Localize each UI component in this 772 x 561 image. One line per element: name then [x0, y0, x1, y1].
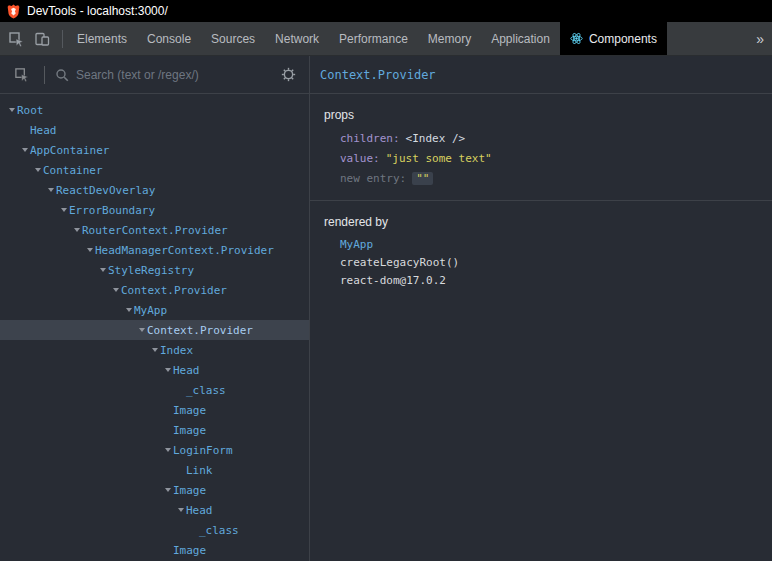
component-name: Context.Provider [121, 284, 227, 297]
tab-label: Application [491, 32, 550, 46]
device-toolbar-button[interactable] [29, 26, 55, 52]
tree-row-link[interactable]: Link [0, 460, 309, 480]
tab-network[interactable]: Network [265, 22, 329, 55]
component-tree-pane: RootHeadAppContainerContainerReactDevOve… [0, 56, 310, 561]
expander-icon[interactable] [32, 160, 43, 180]
rendered-by-myapp[interactable]: MyApp [324, 235, 758, 253]
expander-icon[interactable] [162, 360, 173, 380]
expander-spacer [162, 420, 173, 440]
tabbar-divider [62, 30, 63, 48]
prop-row-new-entry[interactable]: new entry:"" [324, 168, 758, 188]
expander-icon[interactable] [6, 100, 17, 120]
tab-strip: ElementsConsoleSourcesNetworkPerformance… [67, 22, 667, 55]
tree-row--class[interactable]: _class [0, 380, 309, 400]
selected-component-title: Context.Provider [320, 68, 436, 82]
component-name: Context.Provider [147, 324, 253, 337]
expander-icon[interactable] [175, 500, 186, 520]
tree-row-image[interactable]: Image [0, 400, 309, 420]
tabbar-icon-group [0, 22, 58, 55]
rendered-by-section: rendered by MyAppcreateLegacyRoot()react… [310, 201, 772, 301]
tab-components[interactable]: Components [560, 22, 667, 55]
tree-row-loginform[interactable]: LoginForm [0, 440, 309, 460]
tree-row-head[interactable]: Head [0, 120, 309, 140]
tree-row-reactdevoverlay[interactable]: ReactDevOverlay [0, 180, 309, 200]
tab-label: Network [275, 32, 319, 46]
rendered-by-createlegacyroot-: createLegacyRoot() [324, 253, 758, 271]
expander-icon[interactable] [136, 320, 147, 340]
props-heading: props [324, 108, 758, 122]
inspect-cursor-icon [8, 31, 24, 47]
tree-row-myapp[interactable]: MyApp [0, 300, 309, 320]
brave-icon [7, 4, 20, 19]
expander-icon[interactable] [149, 340, 160, 360]
tab-label: Components [589, 32, 657, 46]
inspect-element-button[interactable] [3, 26, 29, 52]
expander-icon[interactable] [71, 220, 82, 240]
tree-row-routercontext-provider[interactable]: RouterContext.Provider [0, 220, 309, 240]
component-name: Image [173, 424, 206, 437]
expander-spacer [162, 400, 173, 420]
prop-key: new entry: [340, 172, 406, 185]
component-name: HeadManagerContext.Provider [95, 244, 274, 257]
tree-row-head[interactable]: Head [0, 500, 309, 520]
tree-row-appcontainer[interactable]: AppContainer [0, 140, 309, 160]
tree-row-errorboundary[interactable]: ErrorBoundary [0, 200, 309, 220]
tree-row-image[interactable]: Image [0, 420, 309, 440]
component-name: Head [173, 364, 200, 377]
prop-value[interactable]: "" [412, 172, 433, 185]
prop-row-value[interactable]: value:"just some text" [324, 148, 758, 168]
tab-console[interactable]: Console [137, 22, 201, 55]
tab-memory[interactable]: Memory [418, 22, 481, 55]
tree-row-styleregistry[interactable]: StyleRegistry [0, 260, 309, 280]
tree-row-head[interactable]: Head [0, 360, 309, 380]
window-title: DevTools - localhost:3000/ [27, 4, 168, 18]
component-name: Index [160, 344, 193, 357]
tree-row-image[interactable]: Image [0, 540, 309, 560]
expander-icon[interactable] [45, 180, 56, 200]
tab-label: Sources [211, 32, 255, 46]
prop-value[interactable]: <Index /> [406, 132, 466, 145]
expander-icon[interactable] [58, 200, 69, 220]
tab-application[interactable]: Application [481, 22, 560, 55]
prop-value[interactable]: "just some text" [386, 152, 492, 165]
prop-row-children[interactable]: children:<Index /> [324, 128, 758, 148]
component-name: _class [186, 384, 226, 397]
component-name: Image [173, 544, 206, 557]
expander-icon[interactable] [123, 300, 134, 320]
search-input[interactable] [76, 68, 269, 82]
component-name: Link [186, 464, 213, 477]
tree-row-context-provider[interactable]: Context.Provider [0, 320, 309, 340]
expander-icon[interactable] [19, 140, 30, 160]
settings-button[interactable] [275, 62, 301, 88]
tab-performance[interactable]: Performance [329, 22, 418, 55]
tree-row-image[interactable]: Image [0, 480, 309, 500]
tree-row-headmanagercontext-provider[interactable]: HeadManagerContext.Provider [0, 240, 309, 260]
component-name: _class [199, 524, 239, 537]
component-name: Head [186, 504, 213, 517]
tree-row-context-provider[interactable]: Context.Provider [0, 280, 309, 300]
expander-icon[interactable] [162, 440, 173, 460]
more-tabs-button[interactable]: » [748, 22, 772, 55]
expander-icon[interactable] [84, 240, 95, 260]
select-component-button[interactable] [8, 62, 34, 88]
tab-label: Elements [77, 32, 127, 46]
tree-row-root[interactable]: Root [0, 100, 309, 120]
expander-spacer [162, 540, 173, 560]
expander-spacer [19, 120, 30, 140]
window-titlebar: DevTools - localhost:3000/ [0, 0, 772, 22]
gear-icon [281, 67, 296, 82]
tab-sources[interactable]: Sources [201, 22, 265, 55]
component-details-pane: Context.Provider props children:<Index /… [310, 56, 772, 561]
expander-icon[interactable] [162, 480, 173, 500]
inspect-cursor-icon [14, 67, 29, 82]
expander-icon[interactable] [97, 260, 108, 280]
tab-elements[interactable]: Elements [67, 22, 137, 55]
devtools-tabbar: ElementsConsoleSourcesNetworkPerformance… [0, 22, 772, 56]
component-name: StyleRegistry [108, 264, 194, 277]
expander-icon[interactable] [110, 280, 121, 300]
tree-row-container[interactable]: Container [0, 160, 309, 180]
search-icon [55, 68, 69, 82]
tree-row--class[interactable]: _class [0, 520, 309, 540]
tree-row-index[interactable]: Index [0, 340, 309, 360]
rendered-by-react-dom-17-0-2: react-dom@17.0.2 [324, 271, 758, 289]
